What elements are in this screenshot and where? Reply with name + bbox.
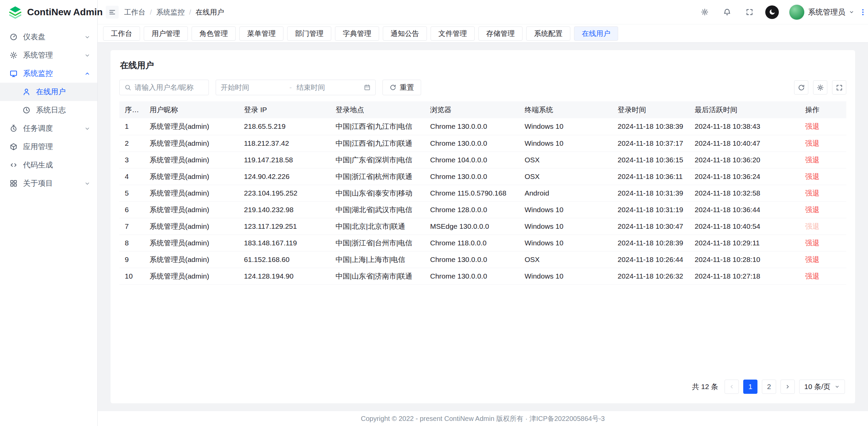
tab-label: 菜单管理 bbox=[247, 29, 276, 38]
tab[interactable]: 文件管理 bbox=[431, 26, 475, 41]
cell-login-time: 2024-11-18 10:28:39 bbox=[612, 235, 689, 251]
cell-nickname: 系统管理员(admin) bbox=[144, 251, 239, 268]
open-tabs-bar: 工作台 用户管理 角色管理 菜单管理 部门管理 字典管理 通知公告 文件管理 存… bbox=[98, 24, 868, 43]
cell-index: 1 bbox=[119, 118, 144, 135]
cell-location: 中国|上海|上海市|电信 bbox=[330, 251, 425, 268]
tab[interactable]: 存储管理 bbox=[478, 26, 522, 41]
pagination-next-button[interactable] bbox=[781, 380, 795, 394]
cell-nickname: 系统管理员(admin) bbox=[144, 185, 239, 201]
cell-location: 中国|浙江省|杭州市|联通 bbox=[330, 168, 425, 185]
cell-last-active: 2024-11-18 10:36:44 bbox=[689, 201, 800, 218]
table-row: 2 系统管理员(admin) 118.212.37.42 中国|江西省|九江市|… bbox=[119, 135, 846, 151]
sidebar-item[interactable]: 任务调度 bbox=[0, 119, 97, 138]
tab[interactable]: 用户管理 bbox=[144, 26, 188, 41]
avatar bbox=[789, 4, 805, 20]
gear-icon bbox=[701, 8, 709, 16]
sidebar-item[interactable]: 代码生成 bbox=[0, 156, 97, 174]
cell-login-time: 2024-11-18 10:31:39 bbox=[612, 185, 689, 201]
tab[interactable]: 工作台 bbox=[103, 26, 140, 41]
user-menu[interactable]: 系统管理员 bbox=[789, 4, 854, 20]
fullscreen-button[interactable] bbox=[743, 6, 756, 19]
table-header-cell: 用户昵称 bbox=[144, 101, 239, 118]
force-logout-link[interactable]: 强退 bbox=[805, 139, 820, 147]
cell-index: 3 bbox=[119, 151, 144, 168]
tab[interactable]: 菜单管理 bbox=[239, 26, 283, 41]
table-header-cell: 终端系统 bbox=[519, 101, 612, 118]
sidebar-item[interactable]: 关于项目 bbox=[0, 174, 97, 192]
search-field[interactable] bbox=[119, 80, 209, 95]
cell-os: Windows 10 bbox=[519, 235, 612, 251]
cell-ip: 123.117.129.251 bbox=[239, 218, 330, 235]
force-logout-link[interactable]: 强退 bbox=[805, 156, 820, 164]
table-fullscreen-button[interactable] bbox=[832, 80, 846, 95]
dark-mode-toggle[interactable] bbox=[765, 5, 779, 19]
sidebar-collapse-button[interactable] bbox=[106, 6, 119, 19]
date-range-picker[interactable]: 开始时间 - 结束时间 bbox=[216, 80, 376, 95]
sidebar-item[interactable]: 仪表盘 bbox=[0, 28, 97, 46]
cell-ip: 223.104.195.252 bbox=[239, 185, 330, 201]
footer: Copyright © 2022 - present ContiNew Admi… bbox=[98, 411, 868, 426]
table-header-row: 序号用户昵称登录 IP登录地点浏览器终端系统登录时间最后活跃时间操作 bbox=[119, 101, 846, 118]
force-logout-link[interactable]: 强退 bbox=[805, 189, 820, 197]
pagination-prev-button[interactable] bbox=[725, 380, 739, 394]
page-button[interactable]: 2 bbox=[762, 380, 776, 394]
tab-label: 存储管理 bbox=[486, 29, 515, 38]
force-logout-link[interactable]: 强退 bbox=[805, 272, 820, 280]
page-button[interactable]: 1 bbox=[743, 380, 757, 394]
tab-label: 通知公告 bbox=[391, 29, 419, 38]
cell-nickname: 系统管理员(admin) bbox=[144, 201, 239, 218]
calendar-icon bbox=[364, 84, 371, 91]
top-header: 工作台 / 系统监控 / 在线用户 系统管理员 bbox=[98, 0, 868, 24]
tab-label: 工作台 bbox=[111, 29, 132, 38]
tab[interactable]: 在线用户 bbox=[574, 26, 618, 41]
force-logout-link[interactable]: 强退 bbox=[805, 173, 820, 180]
gear-icon bbox=[817, 84, 824, 91]
sidebar-subitem[interactable]: 系统日志 bbox=[0, 101, 97, 119]
column-settings-button[interactable] bbox=[813, 80, 827, 95]
cell-last-active: 2024-11-18 10:32:58 bbox=[689, 185, 800, 201]
breadcrumb-item[interactable]: 工作台 bbox=[124, 7, 145, 17]
notifications-button[interactable] bbox=[721, 6, 733, 19]
sidebar-subitem[interactable]: 在线用户 bbox=[0, 83, 97, 101]
settings-button[interactable] bbox=[698, 6, 711, 19]
dots-vertical-icon bbox=[859, 7, 867, 17]
search-input[interactable] bbox=[135, 83, 204, 92]
fullscreen-icon bbox=[836, 84, 843, 91]
reset-button[interactable]: 重置 bbox=[382, 80, 421, 95]
cell-index: 8 bbox=[119, 235, 144, 251]
cell-nickname: 系统管理员(admin) bbox=[144, 268, 239, 284]
cell-os: Windows 10 bbox=[519, 218, 612, 235]
tab-label: 角色管理 bbox=[199, 29, 228, 38]
sidebar-item[interactable]: 系统监控 bbox=[0, 64, 97, 83]
tab[interactable]: 字典管理 bbox=[335, 26, 379, 41]
cell-ip: 183.148.167.119 bbox=[239, 235, 330, 251]
tab[interactable]: 系统配置 bbox=[526, 26, 570, 41]
theme-drawer-trigger[interactable] bbox=[859, 7, 867, 17]
sidebar-item[interactable]: 系统管理 bbox=[0, 46, 97, 64]
tab[interactable]: 通知公告 bbox=[383, 26, 427, 41]
tab[interactable]: 部门管理 bbox=[287, 26, 331, 41]
cell-browser: Chrome 128.0.0.0 bbox=[425, 201, 519, 218]
cell-nickname: 系统管理员(admin) bbox=[144, 218, 239, 235]
cell-nickname: 系统管理员(admin) bbox=[144, 118, 239, 135]
sidebar-item[interactable]: 应用管理 bbox=[0, 138, 97, 156]
cell-index: 9 bbox=[119, 251, 144, 268]
page-size-select[interactable]: 10 条/页 bbox=[799, 380, 845, 394]
tab-label: 用户管理 bbox=[152, 29, 180, 38]
force-logout-link[interactable]: 强退 bbox=[805, 239, 820, 247]
sidebar-item-label: 任务调度 bbox=[23, 123, 79, 134]
force-logout-link[interactable]: 强退 bbox=[805, 206, 820, 214]
cell-ip: 118.212.37.42 bbox=[239, 135, 330, 151]
logo[interactable]: ContiNew Admin bbox=[0, 0, 97, 24]
refresh-table-button[interactable] bbox=[794, 80, 808, 95]
cell-index: 4 bbox=[119, 168, 144, 185]
force-logout-link[interactable]: 强退 bbox=[805, 256, 820, 263]
tab[interactable]: 角色管理 bbox=[192, 26, 236, 41]
cell-location: 中国|湖北省|武汉市|电信 bbox=[330, 201, 425, 218]
breadcrumb-item[interactable]: 系统监控 bbox=[156, 7, 185, 17]
table-row: 5 系统管理员(admin) 223.104.195.252 中国|山东省|泰安… bbox=[119, 185, 846, 201]
force-logout-link[interactable]: 强退 bbox=[805, 122, 820, 130]
force-logout-link[interactable]: 强退 bbox=[805, 222, 820, 230]
logo-icon bbox=[8, 5, 22, 19]
cell-action: 强退 bbox=[800, 268, 846, 284]
